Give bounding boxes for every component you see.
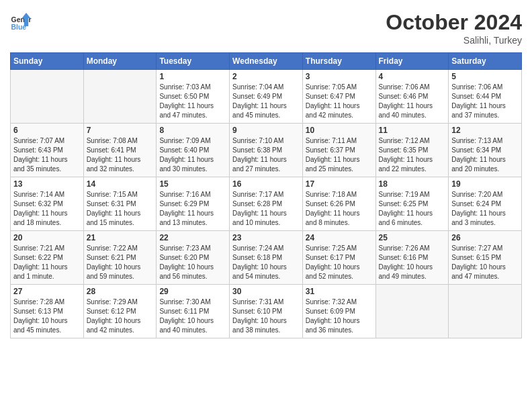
day-number: 4 <box>379 72 446 81</box>
calendar-cell: 12 Sunrise: 7:13 AM Sunset: 6:34 PM Dayl… <box>449 124 522 177</box>
daylight-text: Daylight: 11 hours and 15 minutes. <box>87 210 141 226</box>
calendar-cell: 5 Sunrise: 7:06 AM Sunset: 6:44 PM Dayli… <box>449 70 522 124</box>
calendar-cell: 18 Sunrise: 7:19 AM Sunset: 6:25 PM Dayl… <box>375 177 449 231</box>
daylight-text: Daylight: 10 hours and 54 minutes. <box>232 263 287 280</box>
sunrise-text: Sunrise: 7:30 AM <box>159 298 210 306</box>
day-info: Sunrise: 7:26 AM Sunset: 6:16 PM Dayligh… <box>379 244 446 281</box>
day-number: 19 <box>451 179 519 189</box>
day-number: 15 <box>159 179 226 189</box>
daylight-text: Daylight: 11 hours and 27 minutes. <box>232 156 287 173</box>
weekday-header: Tuesday <box>157 53 230 70</box>
calendar-cell: 11 Sunrise: 7:12 AM Sunset: 6:35 PM Dayl… <box>375 124 449 177</box>
daylight-text: Daylight: 11 hours and 8 minutes. <box>306 210 360 226</box>
day-number: 9 <box>232 126 300 135</box>
day-number: 6 <box>13 126 81 135</box>
daylight-text: Daylight: 11 hours and 25 minutes. <box>306 156 360 173</box>
sunset-text: Sunset: 6:41 PM <box>87 146 136 154</box>
daylight-text: Daylight: 10 hours and 45 minutes. <box>13 317 68 334</box>
day-info: Sunrise: 7:32 AM Sunset: 6:09 PM Dayligh… <box>306 298 373 335</box>
day-number: 10 <box>306 126 373 135</box>
daylight-text: Daylight: 11 hours and 22 minutes. <box>379 156 433 173</box>
sunset-text: Sunset: 6:34 PM <box>451 146 501 154</box>
calendar-cell: 20 Sunrise: 7:21 AM Sunset: 6:22 PM Dayl… <box>11 231 84 285</box>
calendar-cell: 10 Sunrise: 7:11 AM Sunset: 6:37 PM Dayl… <box>302 124 375 177</box>
month-title: October 2024 <box>386 10 522 35</box>
calendar-cell: 8 Sunrise: 7:09 AM Sunset: 6:40 PM Dayli… <box>157 124 230 177</box>
sunset-text: Sunset: 6:15 PM <box>451 254 501 261</box>
sunset-text: Sunset: 6:10 PM <box>232 308 282 315</box>
day-info: Sunrise: 7:11 AM Sunset: 6:37 PM Dayligh… <box>306 136 373 174</box>
sunset-text: Sunset: 6:26 PM <box>306 200 355 208</box>
sunset-text: Sunset: 6:50 PM <box>159 93 209 100</box>
day-info: Sunrise: 7:06 AM Sunset: 6:46 PM Dayligh… <box>379 83 446 120</box>
daylight-text: Daylight: 11 hours and 18 minutes. <box>13 210 68 226</box>
day-number: 23 <box>232 233 300 242</box>
day-info: Sunrise: 7:21 AM Sunset: 6:22 PM Dayligh… <box>13 244 81 281</box>
day-info: Sunrise: 7:03 AM Sunset: 6:50 PM Dayligh… <box>159 83 226 120</box>
daylight-text: Daylight: 11 hours and 45 minutes. <box>232 102 287 119</box>
sunset-text: Sunset: 6:25 PM <box>379 200 429 208</box>
logo-icon: General Blue <box>10 10 32 32</box>
daylight-text: Daylight: 11 hours and 10 minutes. <box>232 210 287 226</box>
day-info: Sunrise: 7:18 AM Sunset: 6:26 PM Dayligh… <box>306 190 373 228</box>
sunrise-text: Sunrise: 7:26 AM <box>379 244 430 252</box>
sunset-text: Sunset: 6:28 PM <box>232 200 282 208</box>
sunrise-text: Sunrise: 7:06 AM <box>451 83 502 91</box>
calendar-cell: 7 Sunrise: 7:08 AM Sunset: 6:41 PM Dayli… <box>83 124 157 177</box>
weekday-header: Wednesday <box>230 53 303 70</box>
sunrise-text: Sunrise: 7:08 AM <box>87 137 138 144</box>
calendar-cell: 1 Sunrise: 7:03 AM Sunset: 6:50 PM Dayli… <box>157 70 230 124</box>
weekday-header: Friday <box>375 53 449 70</box>
day-number: 11 <box>379 126 446 135</box>
day-number: 5 <box>451 72 519 81</box>
calendar-cell: 9 Sunrise: 7:10 AM Sunset: 6:38 PM Dayli… <box>230 124 303 177</box>
calendar-cell: 4 Sunrise: 7:06 AM Sunset: 6:46 PM Dayli… <box>375 70 449 124</box>
day-info: Sunrise: 7:29 AM Sunset: 6:12 PM Dayligh… <box>87 298 154 335</box>
weekday-header: Sunday <box>11 53 84 70</box>
calendar-cell: 19 Sunrise: 7:20 AM Sunset: 6:24 PM Dayl… <box>449 177 522 231</box>
calendar-cell: 17 Sunrise: 7:18 AM Sunset: 6:26 PM Dayl… <box>302 177 375 231</box>
sunset-text: Sunset: 6:40 PM <box>159 146 209 154</box>
calendar-cell: 26 Sunrise: 7:27 AM Sunset: 6:15 PM Dayl… <box>449 231 522 285</box>
day-info: Sunrise: 7:31 AM Sunset: 6:10 PM Dayligh… <box>232 298 300 335</box>
daylight-text: Daylight: 10 hours and 42 minutes. <box>87 317 141 334</box>
page-header: General Blue October 2024 Salihli, Turke… <box>10 10 522 46</box>
day-info: Sunrise: 7:30 AM Sunset: 6:11 PM Dayligh… <box>159 298 226 335</box>
daylight-text: Daylight: 11 hours and 42 minutes. <box>306 102 360 119</box>
day-number: 27 <box>13 287 81 296</box>
sunset-text: Sunset: 6:44 PM <box>451 93 501 100</box>
day-info: Sunrise: 7:15 AM Sunset: 6:31 PM Dayligh… <box>87 190 154 228</box>
sunrise-text: Sunrise: 7:17 AM <box>232 191 283 198</box>
title-area: October 2024 Salihli, Turkey <box>386 10 522 46</box>
sunrise-text: Sunrise: 7:22 AM <box>87 244 138 252</box>
daylight-text: Daylight: 11 hours and 1 minute. <box>13 263 68 280</box>
sunset-text: Sunset: 6:13 PM <box>13 308 63 315</box>
day-number: 12 <box>451 126 519 135</box>
daylight-text: Daylight: 10 hours and 49 minutes. <box>379 263 433 280</box>
sunset-text: Sunset: 6:46 PM <box>379 93 429 100</box>
daylight-text: Daylight: 11 hours and 6 minutes. <box>379 210 433 226</box>
daylight-text: Daylight: 10 hours and 56 minutes. <box>159 263 214 280</box>
day-number: 18 <box>379 179 446 189</box>
calendar-header-row: SundayMondayTuesdayWednesdayThursdayFrid… <box>11 53 522 70</box>
sunset-text: Sunset: 6:38 PM <box>232 146 282 154</box>
calendar-cell: 24 Sunrise: 7:25 AM Sunset: 6:17 PM Dayl… <box>302 231 375 285</box>
day-info: Sunrise: 7:19 AM Sunset: 6:25 PM Dayligh… <box>379 190 446 228</box>
daylight-text: Daylight: 11 hours and 3 minutes. <box>451 210 506 226</box>
calendar-cell <box>83 70 157 124</box>
daylight-text: Daylight: 11 hours and 40 minutes. <box>379 102 433 119</box>
sunrise-text: Sunrise: 7:29 AM <box>87 298 138 306</box>
sunset-text: Sunset: 6:22 PM <box>13 254 63 261</box>
calendar-cell: 28 Sunrise: 7:29 AM Sunset: 6:12 PM Dayl… <box>83 285 157 338</box>
calendar-cell: 25 Sunrise: 7:26 AM Sunset: 6:16 PM Dayl… <box>375 231 449 285</box>
day-info: Sunrise: 7:09 AM Sunset: 6:40 PM Dayligh… <box>159 136 226 174</box>
daylight-text: Daylight: 11 hours and 35 minutes. <box>13 156 68 173</box>
day-number: 1 <box>159 72 226 81</box>
calendar-cell: 30 Sunrise: 7:31 AM Sunset: 6:10 PM Dayl… <box>230 285 303 338</box>
day-number: 14 <box>87 179 154 189</box>
weekday-header: Thursday <box>302 53 375 70</box>
day-info: Sunrise: 7:14 AM Sunset: 6:32 PM Dayligh… <box>13 190 81 228</box>
calendar-cell: 23 Sunrise: 7:24 AM Sunset: 6:18 PM Dayl… <box>230 231 303 285</box>
sunrise-text: Sunrise: 7:09 AM <box>159 137 210 144</box>
calendar-week-row: 20 Sunrise: 7:21 AM Sunset: 6:22 PM Dayl… <box>11 231 522 285</box>
